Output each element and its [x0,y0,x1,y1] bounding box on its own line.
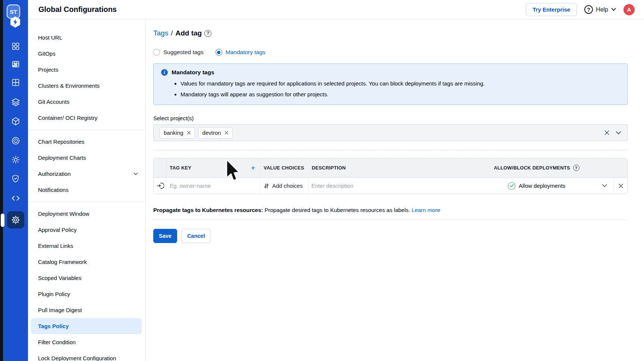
header-allow-block: ALLOW/BLOCK DEPLOYMENTS ? [459,158,614,177]
cancel-button[interactable]: Cancel [182,229,211,243]
sidebar-item-clusters-environments[interactable]: Clusters & Environments [28,78,145,94]
info-bullet: Mandatory tags will appear as suggestion… [180,89,620,100]
sidebar-item-notifications[interactable]: Notifications [28,182,145,198]
sidebar-item-gitops[interactable]: GitOps [28,46,145,62]
help-menu[interactable]: ? Help [584,5,616,14]
remove-chip-icon[interactable] [187,131,191,135]
header-spacer-cell [614,158,627,177]
top-bar: Global Configurations Try Enterprise ? H… [28,0,644,19]
breadcrumb-tags-link[interactable]: Tags [153,29,168,37]
sidebar-item-catalog-framework[interactable]: Catalog Framework [28,254,145,270]
apps-grid-icon[interactable] [11,41,21,51]
sidebar-item-scoped-variables[interactable]: Scoped Variables [28,270,145,286]
sidebar-item-projects[interactable]: Projects [28,62,145,78]
mandatory-tags-radio[interactable]: Mandatory tags [216,49,266,56]
config-sidebar: Host URL GitOps Projects Clusters & Envi… [28,19,146,361]
sidebar-item-external-links[interactable]: External Links [28,238,145,254]
header-spacer-cell [154,158,167,177]
remove-chip-icon[interactable] [224,131,229,135]
chevron-down-icon[interactable] [616,131,621,135]
table-header-row: TAG KEY + VALUE CHOICES DESCRIPTION ALLO… [154,158,627,178]
devtron-logo-icon [9,16,22,28]
breadcrumb: Tags / Add tag ? [153,29,628,37]
project-chip-devtron: devtron [198,127,233,139]
add-tag-row-button[interactable]: + [251,164,255,172]
user-avatar[interactable]: A [623,4,635,15]
chart-store-icon[interactable] [11,97,21,107]
window-edge-strip [0,0,3,361]
select-projects-label: Select project(s) [153,115,628,121]
help-label: Help [596,6,608,13]
page-help-icon[interactable]: ? [204,30,211,37]
avatar-initial: A [627,6,631,13]
allow-check-icon [508,182,515,190]
sidebar-item-container-oci-registry[interactable]: Container/ OCI Registry [28,110,145,126]
breadcrumb-separator: / [171,29,173,37]
save-button[interactable]: Save [153,229,177,243]
tag-type-radio-group: Suggested tags Mandatory tags [153,49,628,56]
sidebar-item-deployment-charts[interactable]: Deployment Charts [28,150,145,166]
tag-key-cell [167,178,260,194]
global-config-gear-icon[interactable] [7,211,24,228]
sidebar-item-lock-deployment-configuration[interactable]: Lock Deployment Configuration [28,350,145,361]
header-description: DESCRIPTION [308,158,459,177]
sidebar-item-tags-policy[interactable]: Tags Policy [31,318,142,334]
radio-unchecked-icon [153,49,160,56]
propagate-note-bold: Propagate tags to Kubernetes resources: [153,207,263,213]
help-question-icon: ? [584,5,593,14]
security-shield-icon[interactable] [11,174,21,183]
delete-row-icon[interactable] [614,178,627,194]
clear-selection-icon[interactable] [604,130,610,136]
chevron-down-icon [133,172,138,175]
sidebar-item-deployment-window[interactable]: Deployment Window [28,206,145,222]
packages-cube-icon[interactable] [11,116,21,126]
allow-block-help-icon[interactable]: ? [573,165,579,171]
info-bullet: Values for mandatory tags are required f… [180,78,620,89]
tag-key-input[interactable] [167,178,260,194]
main-content: Tags / Add tag ? Suggested tags Mandator… [153,19,628,243]
selected-nav-indicator [1,214,4,227]
description-cell [308,178,459,194]
info-box-bullets: Values for mandatory tags are required f… [180,78,620,100]
try-enterprise-button[interactable]: Try Enterprise [526,3,577,16]
sidebar-item-authorization[interactable]: Authorization [28,166,145,182]
primary-nav-rail: ST [3,0,28,361]
actions-divider [153,220,628,220]
propagate-note-text: Propagate desired tags to Kubernetes res… [263,207,412,213]
allow-block-select[interactable]: Allow deployments [459,178,614,194]
resource-browser-icon[interactable] [11,136,21,146]
sidebar-divider [28,202,145,202]
chevron-down-icon [602,184,607,187]
header-tag-key: TAG KEY + [167,158,260,177]
propagate-tag-icon[interactable] [154,178,167,194]
add-choices-button[interactable]: Add choices [260,178,308,194]
mandatory-tags-table: TAG KEY + VALUE CHOICES DESCRIPTION ALLO… [153,158,628,194]
project-multi-select[interactable]: banking devtron [153,124,628,141]
sidebar-item-filter-condition[interactable]: Filter Condition [28,334,145,350]
sidebar-item-pull-image-digest[interactable]: Pull Image Digest [28,302,145,318]
org-logo-text: ST [10,9,17,15]
dashed-divider [153,150,628,150]
sidebar-item-host-url[interactable]: Host URL [28,29,145,46]
chevron-down-icon [611,8,616,11]
description-input[interactable] [308,178,459,194]
sidebar-divider [28,130,145,130]
sidebar-item-approval-policy[interactable]: Approval Policy [28,222,145,238]
sidebar-item-plugin-policy[interactable]: Plugin Policy [28,286,145,302]
radio-checked-icon [216,49,222,56]
breadcrumb-current: Add tag [175,29,202,37]
jobs-grid-icon[interactable] [11,59,21,69]
propagate-note: Propagate tags to Kubernetes resources: … [153,207,628,213]
application-groups-icon[interactable] [11,78,21,87]
sidebar-item-chart-repositories[interactable]: Chart Repositories [28,134,145,150]
learn-more-link[interactable]: Learn more [412,207,440,213]
suggested-tags-radio[interactable]: Suggested tags [153,49,204,56]
sidebar-item-git-accounts[interactable]: Git Accounts [28,94,145,110]
stack-manager-icon[interactable] [11,155,21,165]
form-actions: Save Cancel [153,229,628,243]
code-icon[interactable] [11,193,21,203]
header-value-choices: VALUE CHOICES [260,158,308,177]
mandatory-tags-info-box: i Mandatory tags Values for mandatory ta… [153,63,628,105]
sliders-icon [264,183,269,189]
info-icon: i [161,69,168,76]
